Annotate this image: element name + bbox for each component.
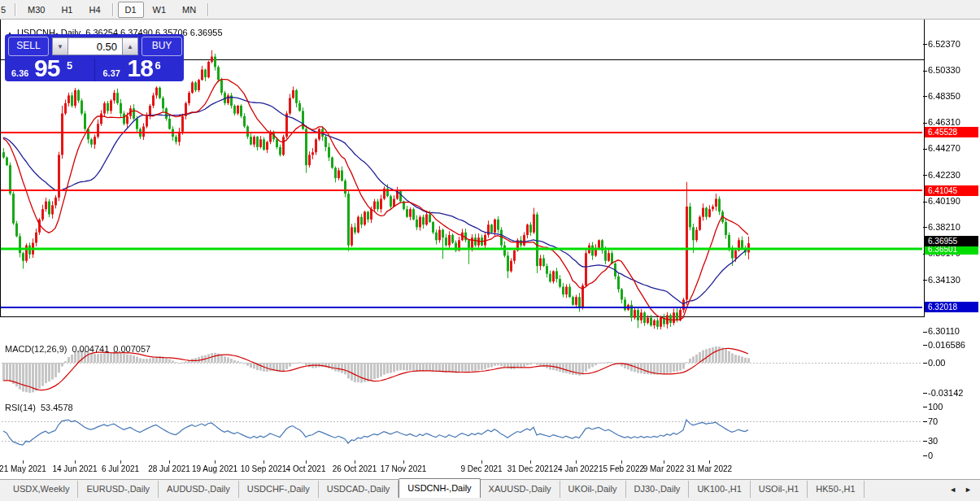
rsi-value: 53.4578	[41, 403, 73, 412]
date-axis-tick: 24 Jan 2022	[553, 464, 598, 473]
rsi-name: RSI(14)	[5, 403, 36, 412]
date-axis-tick: 9 Dec 2021	[460, 464, 502, 473]
timeframe-toolbar: 5M30H1H4D1W1MN	[0, 0, 980, 20]
price-axis-tick: 6.46310	[928, 117, 960, 127]
price-axis-tick: 6.40190	[928, 196, 960, 206]
rsi-axis-tick: 30	[928, 436, 938, 446]
price-axis-tick: 6.38210	[928, 222, 960, 232]
date-axis-tick: 21 May 2021	[0, 464, 46, 473]
date-axis-tick: 10 Sep 2021	[241, 464, 287, 473]
toolbar-separator	[207, 3, 209, 16]
price-axis-tick: 6.30110	[928, 326, 960, 336]
buy-price-prefix: 6.37	[103, 68, 120, 78]
rsi-axis-tick: 70	[928, 416, 938, 426]
sell-price-prefix: 6.36	[11, 68, 28, 78]
macd-axis-tick: -0.03142	[928, 388, 963, 398]
level-price-label: 6.45528	[925, 127, 978, 137]
level-price-label: 6.32018	[925, 302, 978, 312]
date-axis-tick: 19 Aug 2021	[192, 464, 237, 473]
chart-tab-xauusd-daily[interactable]: XAUUSD-,Daily	[481, 481, 560, 499]
timeframe-button-d1[interactable]: D1	[118, 2, 144, 18]
macd-main-value: 0.004741	[72, 344, 109, 354]
timeframe-button-5[interactable]: 5	[0, 2, 11, 18]
price-axis-tick: 6.44270	[928, 143, 960, 153]
bid-price-label: 6.36955	[925, 236, 978, 246]
toolbar-separator	[15, 3, 16, 16]
toolbar-separator	[112, 3, 114, 16]
rsi-header: RSI(14)53.4578	[5, 403, 73, 412]
date-axis-tick: 15 Feb 2022	[599, 464, 644, 473]
chart-tab-eurusd-daily[interactable]: EURUSD-,Daily	[78, 481, 159, 499]
rsi-axis-tick: 100	[928, 402, 943, 412]
chart-tab-uk100-h1[interactable]: UK100-,H1	[689, 481, 750, 499]
buy-price-pip: 6	[155, 59, 161, 72]
macd-header: MACD(12,26,9)0.0047410.007057	[5, 344, 150, 354]
ohlc-close: 6.36955	[190, 28, 223, 37]
bottom-strip	[0, 498, 980, 501]
chart-tab-usoil-h1[interactable]: USOil-,H1	[751, 481, 808, 499]
chart-tab-usdchf-daily[interactable]: USDCHF-,Daily	[239, 481, 319, 499]
timeframe-button-m30[interactable]: M30	[20, 2, 52, 18]
date-axis-tick: 17 Nov 2021	[381, 464, 427, 473]
buy-price-big: 18	[128, 54, 153, 82]
sell-price[interactable]: 6.36 95 5	[5, 59, 95, 81]
level-price-label: 6.41045	[925, 185, 978, 196]
date-axis-tick: 31 Mar 2022	[686, 464, 732, 473]
date-axis-tick: 26 Oct 2021	[333, 464, 377, 473]
price-axis-tick: 6.48350	[928, 91, 960, 101]
chart-tab-usdcad-daily[interactable]: USDCAD-,Daily	[319, 481, 399, 499]
volume-increase-button[interactable]: ▲	[122, 37, 138, 55]
macd-signal-value: 0.007057	[113, 344, 150, 354]
sell-price-pip: 5	[67, 59, 72, 72]
tabs-scroll-left-icon[interactable]: ◄	[949, 486, 956, 494]
chart-tab-usdcnh-daily[interactable]: USDCNH-,Daily	[399, 478, 480, 499]
buy-price[interactable]: 6.37 18 6	[95, 59, 185, 81]
macd-name: MACD(12,26,9)	[5, 344, 67, 354]
volume-input[interactable]: 0.50	[68, 37, 122, 55]
buy-button[interactable]: BUY	[142, 37, 182, 56]
price-axis-tick: 6.52370	[928, 39, 960, 49]
price-axis-tick: 6.42230	[928, 170, 960, 180]
chart-tab-ukoil-daily[interactable]: UKOil-,Daily	[560, 481, 626, 499]
timeframe-button-w1[interactable]: W1	[146, 2, 174, 18]
timeframe-button-mn[interactable]: MN	[175, 2, 203, 18]
sell-button[interactable]: SELL	[8, 37, 49, 56]
price-axis-tick: 6.50330	[928, 65, 960, 75]
chart-tab-usdx-weekly[interactable]: USDX,Weekly	[5, 481, 78, 499]
volume-decrease-button[interactable]: ▼	[52, 37, 68, 55]
sell-price-big: 95	[34, 54, 59, 82]
timeframe-button-h4[interactable]: H4	[81, 2, 107, 18]
chart-tab-hk50-h1[interactable]: HK50-,H1	[808, 481, 864, 499]
date-axis-tick: 4 Oct 2021	[286, 464, 326, 473]
date-axis-tick: 28 Jul 2021	[148, 464, 190, 473]
one-click-trading-panel: SELL ▼ 0.50 ▲ BUY 6.36 95 5 6.37 18 6	[5, 34, 184, 81]
rsi-axis-tick: 0	[928, 451, 933, 460]
macd-axis-tick: 0.016586	[928, 340, 965, 350]
date-axis-tick: 31 Dec 2021	[507, 464, 554, 473]
timeframe-button-h1[interactable]: H1	[54, 2, 80, 18]
macd-axis-tick: 0.00	[928, 358, 945, 368]
date-axis-tick: 6 Jul 2021	[102, 464, 139, 473]
price-axis-tick: 6.34130	[928, 275, 960, 285]
chart-tab-audusd-daily[interactable]: AUDUSD-,Daily	[159, 481, 239, 499]
tabs-scroll-right-icon[interactable]: ►	[965, 486, 972, 494]
chart-tab-dj30-daily[interactable]: DJ30-,Daily	[626, 481, 690, 499]
date-axis-tick: 9 Mar 2022	[643, 464, 685, 473]
date-axis-tick: 14 Jun 2021	[52, 464, 97, 473]
chart-tab-bar: USDX,WeeklyEURUSD-,DailyAUDUSD-,DailyUSD…	[0, 479, 980, 499]
